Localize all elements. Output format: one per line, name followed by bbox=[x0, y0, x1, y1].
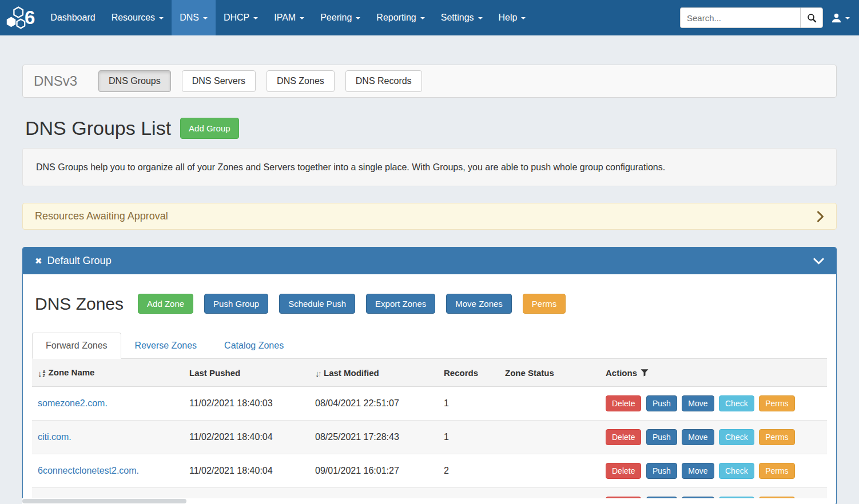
push-group-button[interactable]: Push Group bbox=[204, 294, 268, 314]
search-button[interactable] bbox=[800, 7, 823, 28]
caret-down-icon bbox=[420, 17, 425, 19]
check-button[interactable]: Check bbox=[719, 429, 754, 445]
add-zone-button[interactable]: Add Zone bbox=[138, 294, 193, 314]
group-title: Default Group bbox=[47, 255, 112, 267]
perms-button[interactable]: Perms bbox=[523, 294, 566, 314]
last-modified-cell: 08/25/2021 17:28:43 bbox=[309, 421, 438, 454]
delete-button[interactable]: Delete bbox=[606, 463, 641, 479]
records-cell: 2 bbox=[438, 454, 499, 488]
approval-banner-label: Resources Awaiting Approval bbox=[35, 210, 168, 222]
tab-reverse-zones[interactable]: Reverse Zones bbox=[121, 333, 211, 359]
zone-status-cell bbox=[499, 387, 600, 421]
navbar-search bbox=[680, 7, 823, 28]
sort-updown-icon: ↓↑ bbox=[315, 370, 322, 378]
dnsv3-label: DNSv3 bbox=[34, 73, 77, 89]
user-menu[interactable] bbox=[823, 13, 853, 23]
search-icon bbox=[807, 13, 817, 23]
last-pushed-cell: 11/02/2021 18:40:04 bbox=[184, 454, 309, 488]
last-pushed-cell: 11/02/2021 18:40:03 bbox=[184, 387, 309, 421]
nav-item-dns[interactable]: DNS bbox=[172, 0, 216, 35]
move-button[interactable]: Move bbox=[682, 395, 714, 411]
caret-down-icon bbox=[478, 17, 483, 19]
dnsv3-subnav: DNSv3 DNS Groups DNS Servers DNS Zones D… bbox=[22, 65, 837, 98]
default-group-panel: ✖ Default Group DNS Zones Add Zone Push … bbox=[22, 247, 837, 504]
tab-forward-zones[interactable]: Forward Zones bbox=[32, 333, 121, 359]
export-zones-button[interactable]: Export Zones bbox=[366, 294, 435, 314]
records-cell: 1 bbox=[438, 387, 499, 421]
perms-row-button[interactable]: Perms bbox=[759, 395, 794, 411]
dns-groups-button[interactable]: DNS Groups bbox=[98, 70, 171, 92]
move-zones-button[interactable]: Move Zones bbox=[446, 294, 512, 314]
schedule-push-button[interactable]: Schedule Push bbox=[279, 294, 355, 314]
push-button[interactable]: Push bbox=[646, 463, 677, 479]
delete-button[interactable]: Delete bbox=[606, 395, 641, 411]
check-button[interactable]: Check bbox=[719, 395, 754, 411]
nav-item-settings[interactable]: Settings bbox=[433, 0, 491, 35]
nav-item-reporting[interactable]: Reporting bbox=[368, 0, 432, 35]
zone-status-cell bbox=[499, 454, 600, 488]
move-button[interactable]: Move bbox=[682, 463, 714, 479]
resources-awaiting-approval-banner[interactable]: Resources Awaiting Approval bbox=[22, 203, 837, 230]
table-header-row: ↓AZZone Name Last Pushed ↓↑Last Modified… bbox=[32, 359, 827, 387]
nav-item-ipam[interactable]: IPAM bbox=[266, 0, 312, 35]
column-header-last-modified[interactable]: ↓↑Last Modified bbox=[309, 359, 438, 387]
table-row: 6connectclonetest2.com. 11/02/2021 18:40… bbox=[32, 454, 827, 488]
last-modified-cell: 08/04/2021 22:51:07 bbox=[309, 387, 438, 421]
group-panel-header[interactable]: ✖ Default Group bbox=[23, 247, 836, 274]
caret-down-icon bbox=[253, 17, 258, 19]
check-button[interactable]: Check bbox=[719, 463, 754, 479]
perms-row-button[interactable]: Perms bbox=[759, 463, 794, 479]
zone-name-link[interactable]: somezone2.com. bbox=[38, 398, 108, 408]
brand-logo[interactable]: 6 bbox=[0, 0, 42, 35]
description-panel: DNS Groups help you to organize all of y… bbox=[22, 148, 837, 186]
nav-menu: Dashboard Resources DNS DHCP IPAM Peerin… bbox=[42, 0, 534, 35]
last-modified-cell: 09/01/2021 16:01:27 bbox=[309, 454, 438, 488]
chevron-right-icon bbox=[817, 211, 824, 222]
scrollbar-thumb[interactable] bbox=[22, 499, 186, 503]
dns-servers-button[interactable]: DNS Servers bbox=[182, 70, 256, 92]
last-pushed-cell: 11/02/2021 18:40:04 bbox=[184, 421, 309, 454]
search-input[interactable] bbox=[680, 7, 800, 28]
nav-item-dhcp[interactable]: DHCP bbox=[216, 0, 266, 35]
sort-alpha-icon: ↓AZ bbox=[38, 370, 46, 378]
filter-icon bbox=[641, 369, 649, 377]
zones-table: ↓AZZone Name Last Pushed ↓↑Last Modified… bbox=[32, 359, 827, 504]
table-row: somezone2.com. 11/02/2021 18:40:03 08/04… bbox=[32, 387, 827, 421]
top-navbar: 6 Dashboard Resources DNS DHCP IPAM Peer… bbox=[0, 0, 859, 35]
zones-tabs: Forward Zones Reverse Zones Catalog Zone… bbox=[32, 333, 827, 359]
dns-zones-heading: DNS Zones bbox=[35, 294, 124, 314]
nav-item-peering[interactable]: Peering bbox=[312, 0, 368, 35]
tab-catalog-zones[interactable]: Catalog Zones bbox=[210, 333, 297, 359]
zone-name-link[interactable]: citi.com. bbox=[38, 432, 71, 442]
push-button[interactable]: Push bbox=[646, 429, 677, 445]
nav-item-resources[interactable]: Resources bbox=[104, 0, 172, 35]
column-header-records[interactable]: Records bbox=[438, 359, 499, 387]
dns-zones-button[interactable]: DNS Zones bbox=[267, 70, 335, 92]
column-header-zone-name[interactable]: ↓AZZone Name bbox=[32, 359, 184, 387]
caret-down-icon bbox=[845, 17, 850, 19]
push-button[interactable]: Push bbox=[646, 395, 677, 411]
brand-text: 6 bbox=[25, 7, 34, 29]
horizontal-scrollbar[interactable] bbox=[22, 498, 836, 504]
add-group-button[interactable]: Add Group bbox=[180, 118, 239, 139]
close-icon[interactable]: ✖ bbox=[35, 256, 42, 266]
column-header-zone-status[interactable]: Zone Status bbox=[499, 359, 600, 387]
delete-button[interactable]: Delete bbox=[606, 429, 641, 445]
caret-down-icon bbox=[521, 17, 526, 19]
caret-down-icon bbox=[203, 17, 208, 19]
zone-name-link[interactable]: 6connectclonetest2.com. bbox=[38, 466, 139, 475]
dns-records-button[interactable]: DNS Records bbox=[345, 70, 422, 92]
column-header-actions[interactable]: Actions bbox=[600, 359, 827, 387]
description-text: DNS Groups help you to organize all of y… bbox=[36, 162, 665, 173]
table-row: citi.com. 11/02/2021 18:40:04 08/25/2021… bbox=[32, 421, 827, 454]
column-header-last-pushed[interactable]: Last Pushed bbox=[184, 359, 309, 387]
perms-row-button[interactable]: Perms bbox=[759, 429, 794, 445]
records-cell: 1 bbox=[438, 421, 499, 454]
nav-item-help[interactable]: Help bbox=[491, 0, 534, 35]
user-icon bbox=[831, 13, 842, 23]
nav-item-dashboard[interactable]: Dashboard bbox=[42, 0, 103, 35]
move-button[interactable]: Move bbox=[682, 429, 714, 445]
zone-status-cell bbox=[499, 421, 600, 454]
caret-down-icon bbox=[356, 17, 360, 19]
page-title: DNS Groups List bbox=[25, 117, 171, 139]
